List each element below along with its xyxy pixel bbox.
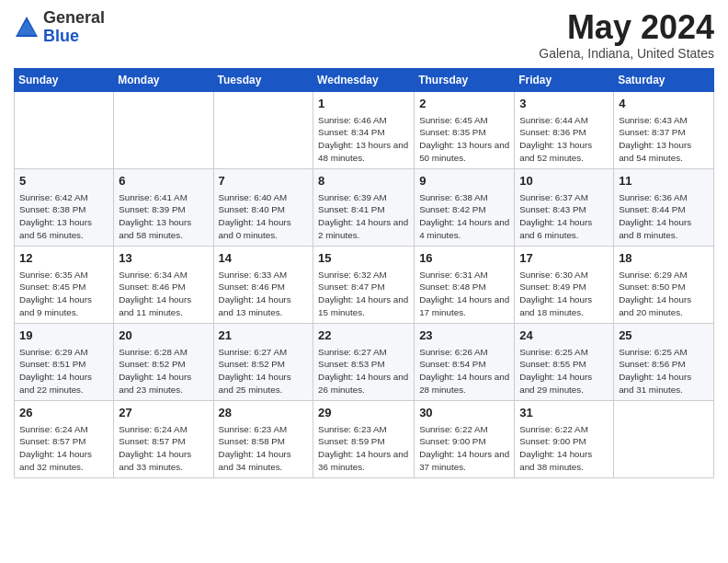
calendar-week-row: 26Sunrise: 6:24 AM Sunset: 8:57 PM Dayli… — [15, 400, 714, 477]
day-info: Sunrise: 6:24 AM Sunset: 8:57 PM Dayligh… — [119, 423, 208, 474]
day-info: Sunrise: 6:30 AM Sunset: 8:49 PM Dayligh… — [519, 269, 609, 319]
day-number: 20 — [119, 327, 208, 344]
calendar-day-cell: 10Sunrise: 6:37 AM Sunset: 8:43 PM Dayli… — [515, 168, 614, 246]
calendar-day-cell: 11Sunrise: 6:36 AM Sunset: 8:44 PM Dayli… — [614, 168, 714, 246]
calendar-day-cell: 16Sunrise: 6:31 AM Sunset: 8:48 PM Dayli… — [415, 246, 515, 323]
calendar-day-cell: 25Sunrise: 6:25 AM Sunset: 8:56 PM Dayli… — [614, 323, 714, 400]
day-number: 19 — [19, 327, 108, 344]
calendar-day-cell: 24Sunrise: 6:25 AM Sunset: 8:55 PM Dayli… — [515, 323, 614, 400]
day-number: 22 — [318, 327, 409, 344]
calendar-day-cell — [15, 91, 114, 168]
calendar-day-cell: 8Sunrise: 6:39 AM Sunset: 8:41 PM Daylig… — [313, 168, 415, 246]
title-block: May 2024 Galena, Indiana, United States — [539, 9, 714, 61]
calendar-table: SundayMondayTuesdayWednesdayThursdayFrid… — [14, 68, 714, 478]
day-number: 8 — [318, 173, 409, 190]
day-info: Sunrise: 6:32 AM Sunset: 8:47 PM Dayligh… — [318, 269, 409, 319]
page-header: General Blue May 2024 Galena, Indiana, U… — [14, 9, 714, 61]
calendar-day-cell — [213, 91, 313, 168]
day-number: 1 — [318, 96, 409, 112]
calendar-day-cell: 15Sunrise: 6:32 AM Sunset: 8:47 PM Dayli… — [313, 246, 415, 323]
day-number: 3 — [519, 96, 609, 112]
calendar-day-cell: 19Sunrise: 6:29 AM Sunset: 8:51 PM Dayli… — [15, 323, 114, 400]
weekday-header-cell: Friday — [515, 68, 614, 91]
day-number: 25 — [619, 327, 709, 344]
day-info: Sunrise: 6:42 AM Sunset: 8:38 PM Dayligh… — [19, 191, 108, 242]
day-info: Sunrise: 6:35 AM Sunset: 8:45 PM Dayligh… — [19, 269, 108, 319]
day-info: Sunrise: 6:37 AM Sunset: 8:43 PM Dayligh… — [519, 191, 609, 242]
day-number: 21 — [219, 327, 309, 344]
day-number: 10 — [519, 173, 609, 190]
day-info: Sunrise: 6:29 AM Sunset: 8:50 PM Dayligh… — [619, 269, 709, 319]
day-info: Sunrise: 6:29 AM Sunset: 8:51 PM Dayligh… — [19, 346, 108, 396]
calendar-day-cell: 17Sunrise: 6:30 AM Sunset: 8:49 PM Dayli… — [515, 246, 614, 323]
calendar-day-cell: 13Sunrise: 6:34 AM Sunset: 8:46 PM Dayli… — [114, 246, 213, 323]
calendar-day-cell: 12Sunrise: 6:35 AM Sunset: 8:45 PM Dayli… — [15, 246, 114, 323]
day-info: Sunrise: 6:23 AM Sunset: 8:59 PM Dayligh… — [318, 423, 409, 474]
day-number: 18 — [619, 250, 709, 267]
day-info: Sunrise: 6:24 AM Sunset: 8:57 PM Dayligh… — [19, 423, 108, 474]
calendar-day-cell: 22Sunrise: 6:27 AM Sunset: 8:53 PM Dayli… — [313, 323, 415, 400]
location: Galena, Indiana, United States — [539, 46, 714, 61]
weekday-header-cell: Sunday — [15, 68, 114, 91]
day-info: Sunrise: 6:26 AM Sunset: 8:54 PM Dayligh… — [419, 346, 509, 396]
calendar-day-cell: 7Sunrise: 6:40 AM Sunset: 8:40 PM Daylig… — [213, 168, 313, 246]
day-info: Sunrise: 6:44 AM Sunset: 8:36 PM Dayligh… — [519, 114, 609, 165]
logo-blue-text: Blue — [43, 27, 79, 45]
day-info: Sunrise: 6:33 AM Sunset: 8:46 PM Dayligh… — [219, 269, 309, 319]
calendar-day-cell: 18Sunrise: 6:29 AM Sunset: 8:50 PM Dayli… — [614, 246, 714, 323]
day-number: 7 — [219, 173, 309, 190]
calendar-day-cell: 4Sunrise: 6:43 AM Sunset: 8:37 PM Daylig… — [614, 91, 714, 168]
calendar-day-cell: 1Sunrise: 6:46 AM Sunset: 8:34 PM Daylig… — [313, 91, 415, 168]
calendar-day-cell — [614, 400, 714, 477]
day-number: 29 — [318, 405, 409, 421]
calendar-day-cell: 30Sunrise: 6:22 AM Sunset: 9:00 PM Dayli… — [415, 400, 515, 477]
day-info: Sunrise: 6:46 AM Sunset: 8:34 PM Dayligh… — [318, 114, 409, 165]
calendar-day-cell: 9Sunrise: 6:38 AM Sunset: 8:42 PM Daylig… — [415, 168, 515, 246]
calendar-day-cell: 20Sunrise: 6:28 AM Sunset: 8:52 PM Dayli… — [114, 323, 213, 400]
calendar-week-row: 19Sunrise: 6:29 AM Sunset: 8:51 PM Dayli… — [15, 323, 714, 400]
day-info: Sunrise: 6:34 AM Sunset: 8:46 PM Dayligh… — [119, 269, 208, 319]
day-info: Sunrise: 6:28 AM Sunset: 8:52 PM Dayligh… — [119, 346, 208, 396]
day-info: Sunrise: 6:25 AM Sunset: 8:56 PM Dayligh… — [619, 346, 709, 396]
weekday-header-row: SundayMondayTuesdayWednesdayThursdayFrid… — [15, 68, 714, 91]
calendar-day-cell: 3Sunrise: 6:44 AM Sunset: 8:36 PM Daylig… — [515, 91, 614, 168]
calendar-day-cell: 6Sunrise: 6:41 AM Sunset: 8:39 PM Daylig… — [114, 168, 213, 246]
day-info: Sunrise: 6:25 AM Sunset: 8:55 PM Dayligh… — [519, 346, 609, 396]
day-number: 14 — [219, 250, 309, 267]
day-number: 24 — [519, 327, 609, 344]
day-number: 17 — [519, 250, 609, 267]
calendar-body: 1Sunrise: 6:46 AM Sunset: 8:34 PM Daylig… — [15, 91, 714, 477]
weekday-header-cell: Tuesday — [213, 68, 313, 91]
day-number: 12 — [19, 250, 108, 267]
day-number: 6 — [119, 173, 208, 190]
day-info: Sunrise: 6:38 AM Sunset: 8:42 PM Dayligh… — [419, 191, 509, 242]
calendar-day-cell: 29Sunrise: 6:23 AM Sunset: 8:59 PM Dayli… — [313, 400, 415, 477]
calendar-day-cell: 26Sunrise: 6:24 AM Sunset: 8:57 PM Dayli… — [15, 400, 114, 477]
day-number: 28 — [219, 405, 309, 421]
weekday-header-cell: Monday — [114, 68, 213, 91]
day-number: 26 — [19, 405, 108, 421]
day-number: 27 — [119, 405, 208, 421]
day-number: 15 — [318, 250, 409, 267]
day-number: 2 — [419, 96, 509, 112]
day-info: Sunrise: 6:36 AM Sunset: 8:44 PM Dayligh… — [619, 191, 709, 242]
day-info: Sunrise: 6:27 AM Sunset: 8:53 PM Dayligh… — [318, 346, 409, 396]
svg-marker-1 — [17, 20, 36, 35]
day-info: Sunrise: 6:43 AM Sunset: 8:37 PM Dayligh… — [619, 114, 709, 165]
calendar-week-row: 1Sunrise: 6:46 AM Sunset: 8:34 PM Daylig… — [15, 91, 714, 168]
weekday-header-cell: Wednesday — [313, 68, 415, 91]
logo-icon — [14, 15, 40, 40]
day-info: Sunrise: 6:23 AM Sunset: 8:58 PM Dayligh… — [219, 423, 309, 474]
month-title: May 2024 — [539, 9, 714, 46]
logo-general-text: General — [43, 8, 105, 27]
day-number: 4 — [619, 96, 709, 112]
day-number: 9 — [419, 173, 509, 190]
day-number: 30 — [419, 405, 509, 421]
calendar-day-cell: 14Sunrise: 6:33 AM Sunset: 8:46 PM Dayli… — [213, 246, 313, 323]
weekday-header-cell: Saturday — [614, 68, 714, 91]
day-number: 5 — [19, 173, 108, 190]
day-info: Sunrise: 6:39 AM Sunset: 8:41 PM Dayligh… — [318, 191, 409, 242]
day-info: Sunrise: 6:45 AM Sunset: 8:35 PM Dayligh… — [419, 114, 509, 165]
calendar-week-row: 5Sunrise: 6:42 AM Sunset: 8:38 PM Daylig… — [15, 168, 714, 246]
calendar-day-cell: 27Sunrise: 6:24 AM Sunset: 8:57 PM Dayli… — [114, 400, 213, 477]
